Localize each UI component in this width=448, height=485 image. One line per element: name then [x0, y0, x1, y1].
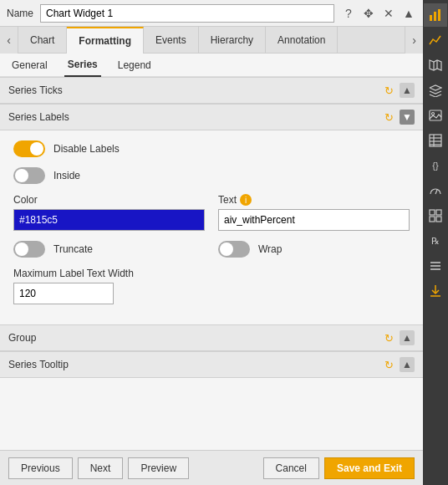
svg-rect-1	[434, 12, 436, 21]
text-input[interactable]	[218, 209, 410, 231]
color-input[interactable]	[13, 209, 205, 231]
inside-toggle[interactable]	[13, 167, 45, 184]
color-text-row: Color Text i	[13, 194, 410, 231]
group-title: Group	[8, 332, 381, 344]
svg-rect-17	[436, 217, 441, 222]
cancel-button[interactable]: Cancel	[263, 457, 319, 479]
wrap-label: Wrap	[258, 243, 282, 255]
sub-tab-legend[interactable]: Legend	[115, 54, 155, 77]
sidebar-download-icon[interactable]	[424, 279, 447, 303]
sidebar-component-icon[interactable]	[424, 204, 447, 227]
series-tooltip-header[interactable]: Series Tooltip ↻ ▲	[0, 351, 423, 378]
series-tooltip-refresh-icon[interactable]: ↻	[381, 357, 396, 372]
svg-rect-2	[438, 9, 440, 21]
tab-chart[interactable]: Chart	[18, 27, 67, 54]
disable-labels-row: Disable Labels	[13, 140, 410, 157]
max-width-section: Maximum Label Text Width	[13, 268, 410, 304]
sidebar-map-icon[interactable]	[424, 54, 447, 77]
svg-rect-14	[430, 210, 435, 215]
sidebar-stack-icon[interactable]	[424, 254, 447, 278]
group-refresh-icon[interactable]: ↻	[381, 330, 396, 345]
expand-icon[interactable]: ▲	[401, 6, 416, 21]
tab-hierarchy[interactable]: Hierarchy	[199, 27, 266, 54]
save-exit-button[interactable]: Save and Exit	[324, 457, 415, 479]
series-ticks-title: Series Ticks	[8, 84, 381, 96]
svg-rect-16	[430, 217, 435, 222]
tab-left-arrow[interactable]: ‹	[0, 27, 18, 54]
svg-point-7	[432, 113, 435, 115]
series-tooltip-collapse-icon[interactable]: ▲	[400, 357, 415, 372]
inside-row: Inside	[13, 167, 410, 184]
sidebar-rx-icon[interactable]: ℞	[424, 229, 447, 253]
svg-line-13	[435, 190, 437, 194]
disable-labels-label: Disable Labels	[53, 143, 120, 155]
text-label: Text	[218, 194, 237, 206]
series-labels-title: Series Labels	[8, 111, 381, 123]
sidebar-gauge-icon[interactable]	[424, 179, 447, 202]
series-ticks-refresh-icon[interactable]: ↻	[381, 83, 396, 98]
svg-rect-0	[430, 15, 432, 21]
max-width-input[interactable]	[13, 283, 114, 304]
tab-formatting[interactable]: Formatting	[67, 27, 144, 54]
close-icon[interactable]: ✕	[381, 6, 396, 21]
name-label: Name	[7, 8, 33, 19]
series-ticks-header[interactable]: Series Ticks ↻ ▲	[0, 77, 423, 104]
truncate-wrap-row: Truncate Wrap	[13, 241, 410, 258]
sidebar-chart-bar-icon[interactable]	[424, 3, 447, 27]
series-labels-collapse-icon[interactable]: ▼	[400, 110, 415, 125]
tab-right-arrow[interactable]: ›	[405, 27, 423, 54]
truncate-label: Truncate	[53, 243, 93, 255]
disable-labels-toggle[interactable]	[13, 140, 45, 157]
previous-button[interactable]: Previous	[8, 457, 73, 479]
truncate-toggle[interactable]	[13, 241, 45, 258]
next-button[interactable]: Next	[78, 457, 124, 479]
sub-tab-series[interactable]: Series	[64, 54, 101, 77]
series-tooltip-title: Series Tooltip	[8, 359, 381, 370]
help-icon[interactable]: ?	[341, 6, 356, 21]
tab-annotation[interactable]: Annotation	[266, 27, 338, 54]
series-labels-header[interactable]: Series Labels ↻ ▼	[0, 104, 423, 130]
sub-tab-general[interactable]: General	[8, 54, 51, 77]
group-header[interactable]: Group ↻ ▲	[0, 324, 423, 351]
move-icon[interactable]: ✥	[361, 6, 376, 21]
widget-name-input[interactable]	[40, 4, 334, 23]
svg-rect-15	[436, 210, 441, 215]
preview-button[interactable]: Preview	[128, 457, 189, 479]
wrap-toggle[interactable]	[218, 241, 250, 258]
text-info-icon[interactable]: i	[240, 194, 252, 206]
color-label: Color	[13, 194, 38, 206]
svg-marker-3	[430, 60, 441, 70]
sidebar-image-icon[interactable]	[424, 104, 447, 127]
series-labels-content: Disable Labels Inside Color	[0, 130, 423, 324]
sidebar-code-icon[interactable]: {}	[424, 154, 447, 177]
sidebar-table-icon[interactable]	[424, 129, 447, 152]
inside-label: Inside	[53, 170, 80, 181]
series-ticks-collapse-icon[interactable]: ▲	[400, 83, 415, 98]
sidebar-chart-line-icon[interactable]	[424, 28, 447, 52]
right-sidebar: {} ℞	[423, 0, 448, 485]
group-collapse-icon[interactable]: ▲	[400, 330, 415, 345]
tab-events[interactable]: Events	[144, 27, 199, 54]
max-width-label: Maximum Label Text Width	[13, 268, 134, 279]
series-labels-refresh-icon[interactable]: ↻	[381, 110, 396, 125]
sidebar-layers-icon[interactable]	[424, 79, 447, 102]
